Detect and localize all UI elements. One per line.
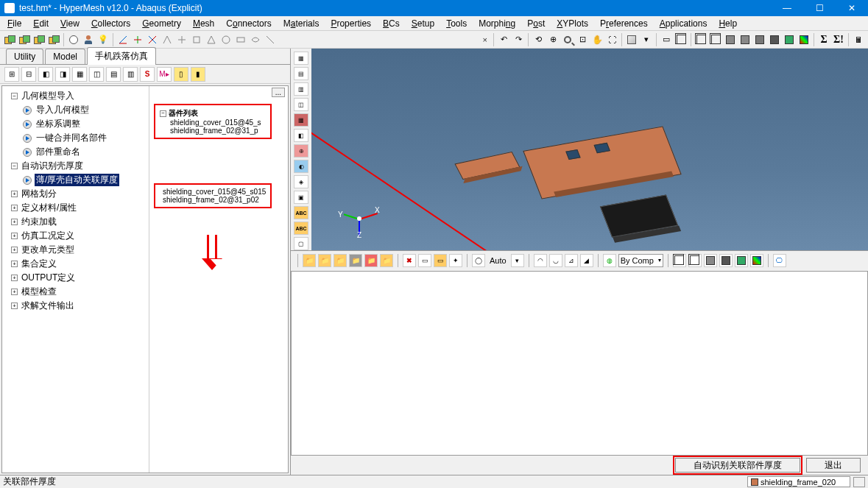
menu-applications[interactable]: Applications bbox=[654, 17, 713, 30]
tool-shaded-2[interactable] bbox=[768, 33, 781, 46]
tree-node-sim-case[interactable]: 仿真工况定义 bbox=[20, 230, 76, 242]
bbtn-display[interactable]: 🖵 bbox=[773, 254, 786, 267]
sec-btn-1[interactable]: ⊞ bbox=[4, 67, 19, 82]
tool-axis-1[interactable] bbox=[116, 33, 130, 46]
viewport-3d[interactable]: X Y Z bbox=[311, 49, 868, 250]
tool-axis-6[interactable] bbox=[190, 33, 203, 46]
tool-box[interactable]: ▭ bbox=[660, 33, 673, 46]
tab-model[interactable]: Model bbox=[45, 49, 85, 64]
bbtn-shade-3[interactable] bbox=[735, 254, 748, 267]
bbtn-folder-4[interactable]: 📁 bbox=[349, 254, 362, 267]
command-area[interactable] bbox=[291, 271, 868, 456]
vbtn-11[interactable]: ▢ bbox=[294, 237, 308, 250]
vbtn-4[interactable]: ◫ bbox=[294, 98, 308, 111]
menu-xyplots[interactable]: XYPlots bbox=[551, 17, 594, 30]
sec-btn-6[interactable]: ◫ bbox=[89, 67, 104, 82]
tool-shaded-3[interactable] bbox=[783, 33, 796, 46]
sec-btn-m[interactable]: M▸ bbox=[157, 67, 172, 82]
tool-zoom-box[interactable]: ⊡ bbox=[576, 33, 589, 46]
tool-components-1[interactable] bbox=[3, 33, 16, 46]
menu-tools[interactable]: Tools bbox=[440, 17, 473, 30]
tool-fit[interactable]: ⛶ bbox=[605, 33, 618, 46]
mapped-item-1[interactable]: shielding_cover_015@45_s015 bbox=[160, 188, 266, 196]
tool-axis-2[interactable] bbox=[131, 33, 144, 46]
maximize-button[interactable]: ☐ bbox=[803, 0, 836, 16]
menu-edit[interactable]: Edit bbox=[27, 17, 54, 30]
identify-thickness-button[interactable]: 自动识别关联部件厚度 bbox=[675, 458, 800, 473]
bbtn-shade-1[interactable] bbox=[704, 254, 717, 267]
vbtn-3[interactable]: ▥ bbox=[294, 82, 308, 96]
bbtn-wire-1[interactable] bbox=[673, 254, 686, 267]
tool-axis-4[interactable] bbox=[160, 33, 174, 46]
tool-pan[interactable]: ✋ bbox=[590, 33, 604, 46]
bbtn-folder-1[interactable]: 📁 bbox=[303, 254, 316, 267]
bbtn-wire-2[interactable] bbox=[688, 254, 702, 267]
tool-undo[interactable]: ↶ bbox=[497, 33, 510, 46]
bbtn-surf-3[interactable]: ⊿ bbox=[565, 254, 578, 267]
tab-utility[interactable]: Utility bbox=[6, 49, 43, 64]
sec-btn-7[interactable]: ▤ bbox=[106, 67, 121, 82]
close-button[interactable]: ✕ bbox=[836, 0, 868, 16]
bbtn-shade-2[interactable] bbox=[719, 254, 733, 267]
tree-node-mesh[interactable]: 网格划分 bbox=[20, 188, 58, 200]
tool-shaded-4[interactable] bbox=[797, 33, 811, 46]
sec-btn-s[interactable]: S bbox=[140, 67, 155, 82]
menu-file[interactable]: File bbox=[1, 17, 27, 30]
vbtn-6[interactable]: ◧ bbox=[294, 129, 308, 142]
bycomp-select[interactable]: By Comp▾ bbox=[618, 254, 663, 267]
tree-node-merge-parts[interactable]: 一键合并同名部件 bbox=[35, 132, 108, 144]
tree-node-thin-thick-assoc[interactable]: 薄/厚壳自动关联厚度 bbox=[35, 174, 119, 186]
bbtn-delete[interactable]: ✖ bbox=[403, 254, 416, 267]
mapped-item-2[interactable]: shielding_frame_02@31_p02 bbox=[160, 196, 266, 204]
ellipsis-button[interactable]: ... bbox=[272, 88, 285, 97]
sec-btn-o1[interactable]: ▯ bbox=[174, 67, 188, 82]
workflow-tree[interactable]: −几何模型导入 导入几何模型 坐标系调整 一键合并同名部件 部件重命名 −自动识… bbox=[2, 86, 149, 473]
tool-wireframe-1[interactable] bbox=[694, 33, 708, 46]
bbtn-box-1[interactable]: ▭ bbox=[418, 254, 431, 267]
bbtn-circle[interactable]: ◯ bbox=[472, 254, 485, 267]
tool-sigma-2[interactable]: Σ! bbox=[832, 33, 845, 46]
sec-btn-2[interactable]: ⊟ bbox=[21, 67, 36, 82]
tab-custom[interactable]: 手机跌落仿真 bbox=[87, 47, 156, 65]
bbtn-surf-4[interactable]: ◢ bbox=[580, 254, 593, 267]
bbtn-folder-6[interactable]: 📁 bbox=[380, 254, 393, 267]
tool-redo[interactable]: ↷ bbox=[512, 33, 525, 46]
parts-list-item-1[interactable]: shielding_cover_015@45_s bbox=[160, 119, 266, 127]
tree-node-output-def[interactable]: OUTPUT定义 bbox=[20, 272, 77, 284]
tool-axis-5[interactable] bbox=[175, 33, 188, 46]
tree-node-constraint-load[interactable]: 约束加载 bbox=[20, 216, 58, 228]
tool-calc[interactable]: 🖩 bbox=[852, 33, 865, 46]
tool-axis-9[interactable] bbox=[234, 33, 247, 46]
tree-node-solver-export[interactable]: 求解文件输出 bbox=[20, 300, 76, 312]
tool-ortho[interactable] bbox=[674, 33, 688, 46]
tree-node-geom-import[interactable]: 几何模型导入 bbox=[20, 90, 76, 102]
bbtn-folder-5[interactable]: 📁 bbox=[364, 254, 378, 267]
tree-node-rename-parts[interactable]: 部件重命名 bbox=[35, 146, 82, 158]
tree-node-model-check[interactable]: 模型检查 bbox=[20, 286, 58, 298]
tool-axis-8[interactable] bbox=[219, 33, 233, 46]
tree-node-auto-shell-thk[interactable]: 自动识别壳厚度 bbox=[20, 160, 85, 172]
bbtn-auto-dropdown[interactable]: ▾ bbox=[511, 254, 524, 267]
tool-axis-3[interactable] bbox=[146, 33, 159, 46]
tree-node-set-def[interactable]: 集合定义 bbox=[20, 258, 58, 270]
bbtn-surf-2[interactable]: ◡ bbox=[549, 254, 562, 267]
tool-components-4[interactable] bbox=[47, 33, 60, 46]
tool-zoom[interactable] bbox=[561, 33, 574, 46]
vbtn-5[interactable]: ▦ bbox=[294, 113, 308, 127]
vbtn-10[interactable]: ▣ bbox=[294, 191, 308, 204]
bbtn-surf-1[interactable]: ◠ bbox=[534, 254, 547, 267]
bbtn-box-2[interactable]: ▭ bbox=[434, 254, 447, 267]
menu-morphing[interactable]: Morphing bbox=[473, 17, 521, 30]
tool-components-3[interactable] bbox=[32, 33, 46, 46]
tool-axis-7[interactable] bbox=[205, 33, 218, 46]
vbtn-7[interactable]: ⊕ bbox=[294, 144, 308, 158]
tool-rotate-center[interactable]: ⊕ bbox=[546, 33, 560, 46]
menu-mesh[interactable]: Mesh bbox=[187, 17, 220, 30]
tool-sigma-1[interactable]: Σ bbox=[817, 33, 830, 46]
menu-connectors[interactable]: Connectors bbox=[220, 17, 277, 30]
tool-light[interactable]: 💡 bbox=[96, 33, 110, 46]
exit-button[interactable]: 退出 bbox=[806, 458, 861, 473]
menu-view[interactable]: View bbox=[54, 17, 85, 30]
sec-btn-5[interactable]: ▦ bbox=[72, 67, 87, 82]
sec-btn-8[interactable]: ▥ bbox=[123, 67, 138, 82]
